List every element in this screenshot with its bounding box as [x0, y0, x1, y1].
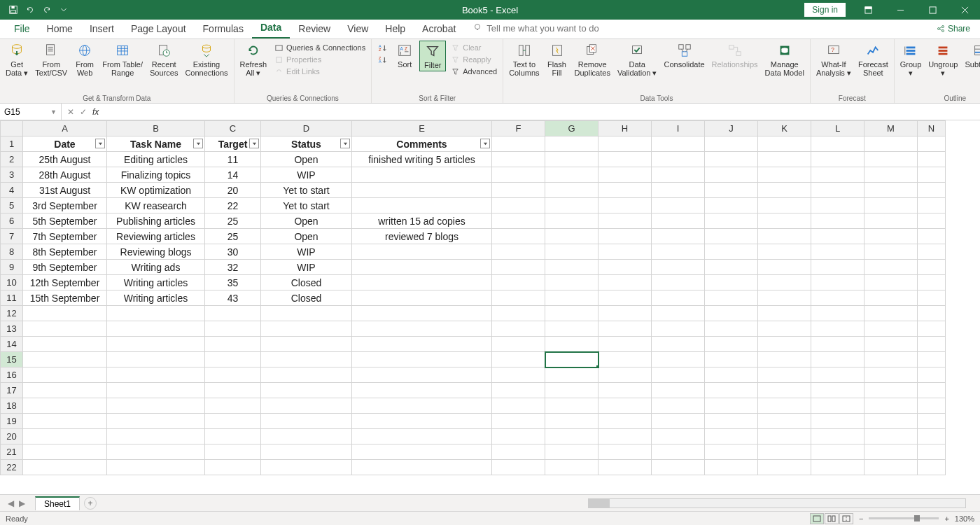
cell-H6[interactable]	[598, 214, 652, 229]
share-button[interactable]: Share	[932, 22, 974, 35]
cell-E20[interactable]	[352, 429, 492, 444]
qat-customize-icon[interactable]	[56, 2, 71, 18]
row-header-12[interactable]: 12	[1, 306, 23, 321]
cell-E16[interactable]	[352, 368, 492, 383]
cell-M19[interactable]	[864, 414, 918, 429]
cell-H11[interactable]	[598, 290, 652, 306]
cell-B10[interactable]: Writing articles	[107, 275, 205, 290]
recent-sources-button[interactable]: RecentSources	[147, 41, 181, 78]
cell-A15[interactable]	[23, 352, 107, 368]
cell-K20[interactable]	[758, 429, 811, 444]
cell-I7[interactable]	[652, 229, 705, 244]
cell-H12[interactable]	[598, 306, 652, 321]
cell-C11[interactable]: 43	[205, 290, 261, 306]
tab-review[interactable]: Review	[290, 19, 339, 38]
cell-E2[interactable]: finished writing 5 articles	[352, 152, 492, 167]
cell-B22[interactable]	[107, 460, 205, 475]
cell-G22[interactable]	[545, 460, 598, 475]
cell-N17[interactable]	[918, 383, 946, 398]
from-textcsv-button[interactable]: FromText/CSV	[32, 41, 70, 78]
cell-E3[interactable]	[352, 167, 492, 183]
cell-A1[interactable]: Date	[23, 136, 107, 152]
cell-K8[interactable]	[758, 244, 811, 260]
cell-J15[interactable]	[705, 352, 758, 368]
group-button[interactable]: Group▾	[897, 41, 925, 78]
row-header-20[interactable]: 20	[1, 429, 23, 444]
filter-dropdown-B1[interactable]	[193, 139, 203, 148]
cell-A12[interactable]	[23, 306, 107, 321]
cell-B11[interactable]: Writing articles	[107, 290, 205, 306]
cell-B16[interactable]	[107, 368, 205, 383]
whatif-button[interactable]: ?What-IfAnalysis ▾	[813, 41, 854, 78]
get-data-button[interactable]: GetData ▾	[3, 41, 31, 78]
column-header-K[interactable]: K	[758, 121, 811, 136]
page-layout-view-button[interactable]	[825, 513, 839, 524]
cell-K13[interactable]	[758, 321, 811, 337]
cell-I16[interactable]	[652, 368, 705, 383]
cell-L11[interactable]	[811, 290, 864, 306]
subtotal-button[interactable]: Subtotal	[962, 41, 980, 70]
cell-G1[interactable]	[545, 136, 598, 152]
tab-home[interactable]: Home	[38, 19, 81, 38]
cell-B19[interactable]	[107, 414, 205, 429]
cell-C20[interactable]	[205, 429, 261, 444]
cell-J10[interactable]	[705, 275, 758, 290]
cell-F7[interactable]	[492, 229, 545, 244]
cell-K17[interactable]	[758, 383, 811, 398]
cell-M4[interactable]	[864, 183, 918, 198]
cell-L21[interactable]	[811, 444, 864, 460]
filter-dropdown-D1[interactable]	[340, 139, 350, 148]
cell-G8[interactable]	[545, 244, 598, 260]
cell-G19[interactable]	[545, 414, 598, 429]
minimize-icon[interactable]	[885, 0, 916, 20]
cell-I1[interactable]	[652, 136, 705, 152]
cell-C18[interactable]	[205, 398, 261, 414]
zoom-percent[interactable]: 130%	[955, 514, 974, 523]
cell-K4[interactable]	[758, 183, 811, 198]
cell-G18[interactable]	[545, 398, 598, 414]
cell-N18[interactable]	[918, 398, 946, 414]
cell-L20[interactable]	[811, 429, 864, 444]
cell-D6[interactable]: Open	[261, 214, 352, 229]
cell-G14[interactable]	[545, 337, 598, 352]
cell-D9[interactable]: WIP	[261, 260, 352, 275]
cell-A5[interactable]: 3rd September	[23, 198, 107, 214]
formula-input[interactable]	[104, 107, 980, 117]
cell-C19[interactable]	[205, 414, 261, 429]
zoom-slider[interactable]	[869, 517, 939, 519]
cell-H8[interactable]	[598, 244, 652, 260]
cell-C17[interactable]	[205, 383, 261, 398]
cell-C3[interactable]: 14	[205, 167, 261, 183]
cell-G2[interactable]	[545, 152, 598, 167]
cell-C16[interactable]	[205, 368, 261, 383]
cell-B9[interactable]: Writing ads	[107, 260, 205, 275]
cell-F12[interactable]	[492, 306, 545, 321]
sort-az-button[interactable]: AZ	[374, 42, 390, 53]
undo-icon[interactable]	[22, 2, 38, 18]
sheet-tab-sheet1[interactable]: Sheet1	[35, 496, 80, 510]
cell-M5[interactable]	[864, 198, 918, 214]
redo-icon[interactable]	[39, 2, 55, 18]
cell-C4[interactable]: 20	[205, 183, 261, 198]
cell-D3[interactable]: WIP	[261, 167, 352, 183]
cell-B20[interactable]	[107, 429, 205, 444]
cell-J21[interactable]	[705, 444, 758, 460]
cell-N7[interactable]	[918, 229, 946, 244]
cell-C12[interactable]	[205, 306, 261, 321]
cell-M8[interactable]	[864, 244, 918, 260]
cell-N13[interactable]	[918, 321, 946, 337]
cell-M13[interactable]	[864, 321, 918, 337]
cell-G15[interactable]	[545, 352, 598, 368]
cell-G9[interactable]	[545, 260, 598, 275]
name-box[interactable]: G15▼	[0, 104, 62, 120]
forecast-sheet-button[interactable]: ForecastSheet	[855, 41, 891, 78]
cell-K1[interactable]	[758, 136, 811, 152]
cell-C1[interactable]: Target	[205, 136, 261, 152]
cell-E6[interactable]: written 15 ad copies	[352, 214, 492, 229]
cell-H13[interactable]	[598, 321, 652, 337]
cell-C14[interactable]	[205, 337, 261, 352]
cell-F4[interactable]	[492, 183, 545, 198]
cell-D19[interactable]	[261, 414, 352, 429]
sheet-prev-icon[interactable]: ◀	[6, 498, 15, 508]
cell-C8[interactable]: 30	[205, 244, 261, 260]
